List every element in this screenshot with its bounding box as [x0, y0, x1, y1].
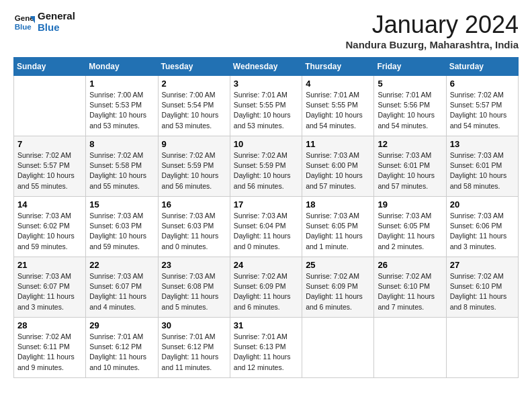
day-number: 11: [306, 139, 370, 149]
day-header-friday: Friday: [374, 58, 446, 76]
day-info: Sunrise: 7:03 AMSunset: 6:03 PMDaylight:…: [89, 211, 154, 252]
day-info: Sunrise: 7:01 AMSunset: 5:55 PMDaylight:…: [234, 90, 298, 131]
day-number: 29: [89, 320, 154, 330]
calendar-header-row: SundayMondayTuesdayWednesdayThursdayFrid…: [14, 58, 519, 76]
day-info: Sunrise: 7:01 AMSunset: 5:56 PMDaylight:…: [378, 90, 442, 131]
day-number: 15: [89, 199, 154, 210]
day-number: 27: [450, 260, 515, 270]
calendar-cell: 21Sunrise: 7:03 AMSunset: 6:07 PMDayligh…: [14, 257, 86, 318]
calendar-cell: 11Sunrise: 7:03 AMSunset: 6:00 PMDayligh…: [302, 136, 374, 197]
day-info: Sunrise: 7:02 AMSunset: 5:59 PMDaylight:…: [234, 150, 298, 191]
day-info: Sunrise: 7:02 AMSunset: 5:59 PMDaylight:…: [162, 150, 226, 191]
week-row-4: 21Sunrise: 7:03 AMSunset: 6:07 PMDayligh…: [14, 257, 519, 318]
day-number: 24: [234, 260, 298, 270]
day-number: 21: [17, 260, 82, 270]
calendar-cell: 22Sunrise: 7:03 AMSunset: 6:07 PMDayligh…: [86, 257, 158, 318]
calendar-cell: 3Sunrise: 7:01 AMSunset: 5:55 PMDaylight…: [230, 76, 302, 136]
day-info: Sunrise: 7:03 AMSunset: 6:00 PMDaylight:…: [306, 150, 370, 191]
calendar-cell: 8Sunrise: 7:02 AMSunset: 5:58 PMDaylight…: [86, 136, 158, 197]
calendar-cell: 18Sunrise: 7:03 AMSunset: 6:05 PMDayligh…: [302, 197, 374, 257]
day-info: Sunrise: 7:03 AMSunset: 6:05 PMDaylight:…: [378, 211, 442, 252]
day-info: Sunrise: 7:03 AMSunset: 6:08 PMDaylight:…: [162, 271, 226, 312]
logo-blue: Blue: [38, 22, 75, 34]
calendar-cell: 7Sunrise: 7:02 AMSunset: 5:57 PMDaylight…: [14, 136, 86, 197]
day-number: 3: [234, 79, 298, 89]
day-number: 23: [162, 260, 226, 270]
day-info: Sunrise: 7:03 AMSunset: 6:06 PMDaylight:…: [450, 211, 515, 252]
calendar-cell: [374, 318, 446, 378]
day-number: 17: [234, 199, 298, 210]
day-info: Sunrise: 7:03 AMSunset: 6:01 PMDaylight:…: [378, 150, 442, 191]
day-info: Sunrise: 7:02 AMSunset: 5:57 PMDaylight:…: [450, 90, 515, 131]
day-number: 30: [162, 320, 226, 330]
day-number: 5: [378, 79, 442, 89]
logo-general: General: [38, 11, 75, 22]
calendar-cell: 19Sunrise: 7:03 AMSunset: 6:05 PMDayligh…: [374, 197, 446, 257]
day-number: 25: [306, 260, 370, 270]
day-number: 14: [17, 199, 82, 210]
page-header: General Blue General Blue January 2024 N…: [13, 11, 519, 50]
day-number: 8: [89, 139, 154, 149]
day-number: 13: [450, 139, 515, 149]
day-number: 1: [89, 79, 154, 89]
day-info: Sunrise: 7:00 AMSunset: 5:53 PMDaylight:…: [89, 90, 154, 131]
day-number: 28: [17, 320, 82, 330]
day-info: Sunrise: 7:03 AMSunset: 6:04 PMDaylight:…: [234, 211, 298, 252]
calendar-cell: [14, 76, 86, 136]
day-header-wednesday: Wednesday: [230, 58, 302, 76]
day-header-monday: Monday: [86, 58, 158, 76]
calendar-cell: 2Sunrise: 7:00 AMSunset: 5:54 PMDaylight…: [158, 76, 230, 136]
day-info: Sunrise: 7:02 AMSunset: 6:10 PMDaylight:…: [450, 271, 515, 312]
calendar-cell: 5Sunrise: 7:01 AMSunset: 5:56 PMDaylight…: [374, 76, 446, 136]
calendar-cell: 4Sunrise: 7:01 AMSunset: 5:55 PMDaylight…: [302, 76, 374, 136]
calendar-table: SundayMondayTuesdayWednesdayThursdayFrid…: [13, 57, 519, 378]
day-info: Sunrise: 7:03 AMSunset: 6:03 PMDaylight:…: [162, 211, 226, 252]
day-header-saturday: Saturday: [446, 58, 518, 76]
day-info: Sunrise: 7:01 AMSunset: 6:13 PMDaylight:…: [234, 332, 298, 373]
day-info: Sunrise: 7:02 AMSunset: 5:58 PMDaylight:…: [89, 150, 154, 191]
calendar-cell: 20Sunrise: 7:03 AMSunset: 6:06 PMDayligh…: [446, 197, 518, 257]
day-info: Sunrise: 7:02 AMSunset: 6:09 PMDaylight:…: [306, 271, 370, 312]
day-number: 22: [89, 260, 154, 270]
title-block: January 2024 Nandura Buzurg, Maharashtra…: [345, 11, 519, 50]
day-info: Sunrise: 7:03 AMSunset: 6:02 PMDaylight:…: [17, 211, 82, 252]
day-number: 19: [378, 199, 442, 210]
day-number: 6: [450, 79, 515, 89]
day-info: Sunrise: 7:01 AMSunset: 6:12 PMDaylight:…: [162, 332, 226, 373]
calendar-cell: 12Sunrise: 7:03 AMSunset: 6:01 PMDayligh…: [374, 136, 446, 197]
day-header-sunday: Sunday: [14, 58, 86, 76]
day-number: 12: [378, 139, 442, 149]
logo-icon: General Blue: [13, 11, 35, 33]
week-row-3: 14Sunrise: 7:03 AMSunset: 6:02 PMDayligh…: [14, 197, 519, 257]
day-info: Sunrise: 7:02 AMSunset: 6:10 PMDaylight:…: [378, 271, 442, 312]
day-number: 7: [17, 139, 82, 149]
calendar-cell: 31Sunrise: 7:01 AMSunset: 6:13 PMDayligh…: [230, 318, 302, 378]
day-number: 18: [306, 199, 370, 210]
calendar-cell: 9Sunrise: 7:02 AMSunset: 5:59 PMDaylight…: [158, 136, 230, 197]
day-number: 9: [162, 139, 226, 149]
day-info: Sunrise: 7:03 AMSunset: 6:07 PMDaylight:…: [89, 271, 154, 312]
day-number: 10: [234, 139, 298, 149]
day-number: 26: [378, 260, 442, 270]
day-info: Sunrise: 7:03 AMSunset: 6:01 PMDaylight:…: [450, 150, 515, 191]
day-number: 20: [450, 199, 515, 210]
calendar-cell: 29Sunrise: 7:01 AMSunset: 6:12 PMDayligh…: [86, 318, 158, 378]
calendar-cell: [446, 318, 518, 378]
calendar-cell: 1Sunrise: 7:00 AMSunset: 5:53 PMDaylight…: [86, 76, 158, 136]
calendar-cell: 30Sunrise: 7:01 AMSunset: 6:12 PMDayligh…: [158, 318, 230, 378]
calendar-cell: 23Sunrise: 7:03 AMSunset: 6:08 PMDayligh…: [158, 257, 230, 318]
day-info: Sunrise: 7:03 AMSunset: 6:05 PMDaylight:…: [306, 211, 370, 252]
calendar-cell: 25Sunrise: 7:02 AMSunset: 6:09 PMDayligh…: [302, 257, 374, 318]
day-number: 16: [162, 199, 226, 210]
week-row-2: 7Sunrise: 7:02 AMSunset: 5:57 PMDaylight…: [14, 136, 519, 197]
day-number: 4: [306, 79, 370, 89]
month-title: January 2024: [345, 11, 519, 39]
calendar-cell: 27Sunrise: 7:02 AMSunset: 6:10 PMDayligh…: [446, 257, 518, 318]
calendar-cell: 13Sunrise: 7:03 AMSunset: 6:01 PMDayligh…: [446, 136, 518, 197]
day-info: Sunrise: 7:03 AMSunset: 6:07 PMDaylight:…: [17, 271, 82, 312]
week-row-1: 1Sunrise: 7:00 AMSunset: 5:53 PMDaylight…: [14, 76, 519, 136]
location: Nandura Buzurg, Maharashtra, India: [345, 39, 519, 50]
day-info: Sunrise: 7:02 AMSunset: 6:11 PMDaylight:…: [17, 332, 82, 373]
day-number: 31: [234, 320, 298, 330]
calendar-cell: 16Sunrise: 7:03 AMSunset: 6:03 PMDayligh…: [158, 197, 230, 257]
